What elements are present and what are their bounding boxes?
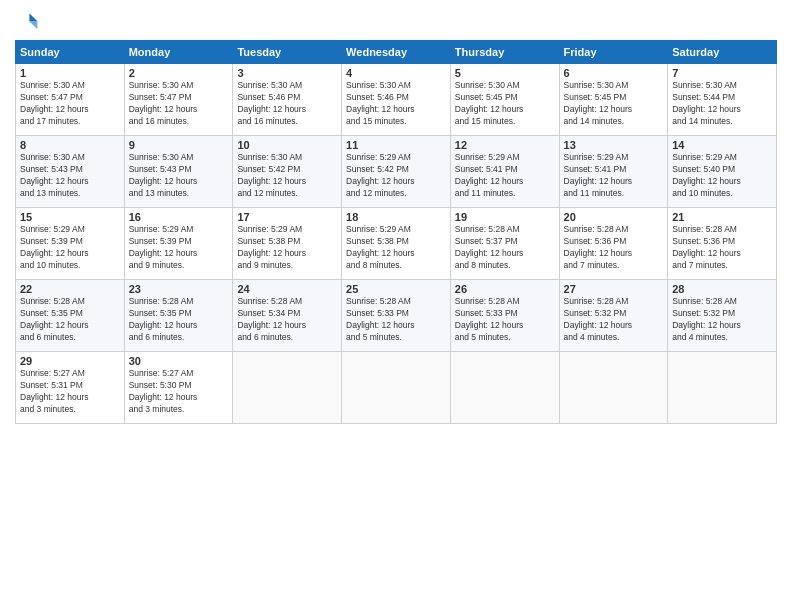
day-number: 19 bbox=[455, 211, 555, 223]
day-info: Sunrise: 5:28 AMSunset: 5:33 PMDaylight:… bbox=[455, 296, 555, 344]
day-number: 9 bbox=[129, 139, 229, 151]
day-number: 5 bbox=[455, 67, 555, 79]
col-friday: Friday bbox=[559, 41, 668, 64]
svg-marker-1 bbox=[29, 21, 37, 29]
day-info: Sunrise: 5:30 AMSunset: 5:42 PMDaylight:… bbox=[237, 152, 337, 200]
col-monday: Monday bbox=[124, 41, 233, 64]
day-info: Sunrise: 5:30 AMSunset: 5:46 PMDaylight:… bbox=[346, 80, 446, 128]
day-number: 10 bbox=[237, 139, 337, 151]
day-number: 26 bbox=[455, 283, 555, 295]
day-info: Sunrise: 5:28 AMSunset: 5:32 PMDaylight:… bbox=[564, 296, 664, 344]
logo-icon bbox=[15, 10, 39, 34]
table-cell bbox=[342, 352, 451, 424]
table-row: 22Sunrise: 5:28 AMSunset: 5:35 PMDayligh… bbox=[16, 280, 777, 352]
table-cell: 8Sunrise: 5:30 AMSunset: 5:43 PMDaylight… bbox=[16, 136, 125, 208]
day-number: 6 bbox=[564, 67, 664, 79]
day-number: 8 bbox=[20, 139, 120, 151]
day-number: 29 bbox=[20, 355, 120, 367]
day-info: Sunrise: 5:28 AMSunset: 5:36 PMDaylight:… bbox=[564, 224, 664, 272]
table-cell: 17Sunrise: 5:29 AMSunset: 5:38 PMDayligh… bbox=[233, 208, 342, 280]
day-info: Sunrise: 5:30 AMSunset: 5:43 PMDaylight:… bbox=[129, 152, 229, 200]
day-info: Sunrise: 5:28 AMSunset: 5:36 PMDaylight:… bbox=[672, 224, 772, 272]
day-number: 1 bbox=[20, 67, 120, 79]
table-cell bbox=[233, 352, 342, 424]
table-cell: 30Sunrise: 5:27 AMSunset: 5:30 PMDayligh… bbox=[124, 352, 233, 424]
day-info: Sunrise: 5:30 AMSunset: 5:45 PMDaylight:… bbox=[455, 80, 555, 128]
day-number: 27 bbox=[564, 283, 664, 295]
table-cell: 20Sunrise: 5:28 AMSunset: 5:36 PMDayligh… bbox=[559, 208, 668, 280]
day-info: Sunrise: 5:28 AMSunset: 5:32 PMDaylight:… bbox=[672, 296, 772, 344]
day-number: 13 bbox=[564, 139, 664, 151]
table-cell: 1Sunrise: 5:30 AMSunset: 5:47 PMDaylight… bbox=[16, 64, 125, 136]
day-info: Sunrise: 5:27 AMSunset: 5:30 PMDaylight:… bbox=[129, 368, 229, 416]
day-info: Sunrise: 5:29 AMSunset: 5:42 PMDaylight:… bbox=[346, 152, 446, 200]
table-cell bbox=[450, 352, 559, 424]
day-number: 11 bbox=[346, 139, 446, 151]
day-info: Sunrise: 5:27 AMSunset: 5:31 PMDaylight:… bbox=[20, 368, 120, 416]
day-info: Sunrise: 5:30 AMSunset: 5:45 PMDaylight:… bbox=[564, 80, 664, 128]
day-number: 21 bbox=[672, 211, 772, 223]
day-info: Sunrise: 5:30 AMSunset: 5:47 PMDaylight:… bbox=[20, 80, 120, 128]
day-info: Sunrise: 5:29 AMSunset: 5:41 PMDaylight:… bbox=[564, 152, 664, 200]
day-number: 4 bbox=[346, 67, 446, 79]
day-number: 28 bbox=[672, 283, 772, 295]
table-cell: 4Sunrise: 5:30 AMSunset: 5:46 PMDaylight… bbox=[342, 64, 451, 136]
col-thursday: Thursday bbox=[450, 41, 559, 64]
table-row: 29Sunrise: 5:27 AMSunset: 5:31 PMDayligh… bbox=[16, 352, 777, 424]
day-info: Sunrise: 5:30 AMSunset: 5:43 PMDaylight:… bbox=[20, 152, 120, 200]
col-wednesday: Wednesday bbox=[342, 41, 451, 64]
day-number: 14 bbox=[672, 139, 772, 151]
table-cell: 10Sunrise: 5:30 AMSunset: 5:42 PMDayligh… bbox=[233, 136, 342, 208]
day-info: Sunrise: 5:30 AMSunset: 5:47 PMDaylight:… bbox=[129, 80, 229, 128]
table-cell: 29Sunrise: 5:27 AMSunset: 5:31 PMDayligh… bbox=[16, 352, 125, 424]
day-number: 30 bbox=[129, 355, 229, 367]
table-cell: 19Sunrise: 5:28 AMSunset: 5:37 PMDayligh… bbox=[450, 208, 559, 280]
table-cell: 7Sunrise: 5:30 AMSunset: 5:44 PMDaylight… bbox=[668, 64, 777, 136]
day-info: Sunrise: 5:30 AMSunset: 5:44 PMDaylight:… bbox=[672, 80, 772, 128]
calendar-table: Sunday Monday Tuesday Wednesday Thursday… bbox=[15, 40, 777, 424]
day-info: Sunrise: 5:28 AMSunset: 5:35 PMDaylight:… bbox=[20, 296, 120, 344]
day-number: 16 bbox=[129, 211, 229, 223]
table-cell: 11Sunrise: 5:29 AMSunset: 5:42 PMDayligh… bbox=[342, 136, 451, 208]
table-cell: 16Sunrise: 5:29 AMSunset: 5:39 PMDayligh… bbox=[124, 208, 233, 280]
day-number: 7 bbox=[672, 67, 772, 79]
day-info: Sunrise: 5:28 AMSunset: 5:34 PMDaylight:… bbox=[237, 296, 337, 344]
day-info: Sunrise: 5:29 AMSunset: 5:40 PMDaylight:… bbox=[672, 152, 772, 200]
table-cell: 22Sunrise: 5:28 AMSunset: 5:35 PMDayligh… bbox=[16, 280, 125, 352]
table-cell: 15Sunrise: 5:29 AMSunset: 5:39 PMDayligh… bbox=[16, 208, 125, 280]
day-number: 15 bbox=[20, 211, 120, 223]
table-cell: 14Sunrise: 5:29 AMSunset: 5:40 PMDayligh… bbox=[668, 136, 777, 208]
day-number: 18 bbox=[346, 211, 446, 223]
table-cell: 13Sunrise: 5:29 AMSunset: 5:41 PMDayligh… bbox=[559, 136, 668, 208]
day-number: 24 bbox=[237, 283, 337, 295]
table-row: 8Sunrise: 5:30 AMSunset: 5:43 PMDaylight… bbox=[16, 136, 777, 208]
col-saturday: Saturday bbox=[668, 41, 777, 64]
table-cell bbox=[559, 352, 668, 424]
table-cell: 23Sunrise: 5:28 AMSunset: 5:35 PMDayligh… bbox=[124, 280, 233, 352]
col-tuesday: Tuesday bbox=[233, 41, 342, 64]
day-number: 23 bbox=[129, 283, 229, 295]
day-info: Sunrise: 5:29 AMSunset: 5:41 PMDaylight:… bbox=[455, 152, 555, 200]
table-cell: 5Sunrise: 5:30 AMSunset: 5:45 PMDaylight… bbox=[450, 64, 559, 136]
table-cell: 18Sunrise: 5:29 AMSunset: 5:38 PMDayligh… bbox=[342, 208, 451, 280]
day-info: Sunrise: 5:28 AMSunset: 5:37 PMDaylight:… bbox=[455, 224, 555, 272]
day-number: 12 bbox=[455, 139, 555, 151]
svg-marker-0 bbox=[29, 13, 37, 21]
logo bbox=[15, 10, 39, 34]
day-number: 22 bbox=[20, 283, 120, 295]
day-number: 25 bbox=[346, 283, 446, 295]
table-cell: 6Sunrise: 5:30 AMSunset: 5:45 PMDaylight… bbox=[559, 64, 668, 136]
day-info: Sunrise: 5:29 AMSunset: 5:39 PMDaylight:… bbox=[20, 224, 120, 272]
day-number: 17 bbox=[237, 211, 337, 223]
day-info: Sunrise: 5:29 AMSunset: 5:38 PMDaylight:… bbox=[346, 224, 446, 272]
table-cell: 26Sunrise: 5:28 AMSunset: 5:33 PMDayligh… bbox=[450, 280, 559, 352]
table-cell: 27Sunrise: 5:28 AMSunset: 5:32 PMDayligh… bbox=[559, 280, 668, 352]
table-cell: 12Sunrise: 5:29 AMSunset: 5:41 PMDayligh… bbox=[450, 136, 559, 208]
day-number: 3 bbox=[237, 67, 337, 79]
day-info: Sunrise: 5:28 AMSunset: 5:33 PMDaylight:… bbox=[346, 296, 446, 344]
header bbox=[15, 10, 777, 34]
table-row: 1Sunrise: 5:30 AMSunset: 5:47 PMDaylight… bbox=[16, 64, 777, 136]
day-number: 2 bbox=[129, 67, 229, 79]
table-cell: 9Sunrise: 5:30 AMSunset: 5:43 PMDaylight… bbox=[124, 136, 233, 208]
table-cell: 25Sunrise: 5:28 AMSunset: 5:33 PMDayligh… bbox=[342, 280, 451, 352]
